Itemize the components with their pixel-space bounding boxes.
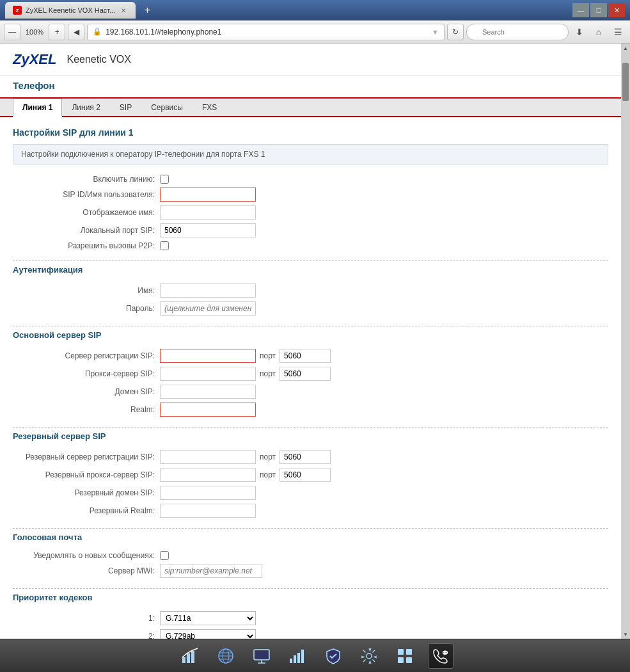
tabs-bar: Линия 1 Линия 2 SIP Сервисы FXS: [0, 99, 621, 117]
svg-rect-2: [191, 651, 194, 663]
voicemail-section: Голосовая почта Уведомлять о новых сообщ…: [13, 528, 608, 578]
local-port-input[interactable]: [160, 223, 256, 237]
sip-id-row: SIP ID/Имя пользователя:: [13, 188, 608, 202]
codecs-section: Приоритет кодеков 1: G.711a G.729ab G.71…: [13, 588, 608, 639]
backup-realm-input[interactable]: [160, 504, 256, 518]
backup-proxy-input[interactable]: [160, 468, 256, 482]
codec-1-select[interactable]: G.711a G.729ab G.711u: [160, 611, 256, 625]
close-button[interactable]: ✕: [608, 3, 625, 17]
maximize-button[interactable]: □: [590, 3, 607, 17]
tab-close-btn[interactable]: ✕: [119, 6, 128, 15]
taskbar-settings-icon[interactable]: [356, 643, 382, 669]
scrollbar-thumb[interactable]: [622, 63, 629, 101]
auth-section: Аутентификация Имя: Пароль:: [13, 260, 608, 316]
tab-line2[interactable]: Линия 2: [62, 99, 109, 116]
search-container: 🔍: [466, 24, 569, 40]
scrollbar-down[interactable]: ▼: [621, 630, 630, 639]
taskbar-shield-icon[interactable]: [320, 643, 346, 669]
display-name-input[interactable]: [160, 205, 256, 220]
voicemail-notify-checkbox[interactable]: [160, 551, 169, 560]
taskbar-signal-icon[interactable]: [285, 643, 310, 669]
proxy-label: Прокси-сервер SIP:: [19, 369, 160, 378]
svg-rect-20: [406, 657, 412, 663]
backup-reg-server-label: Резервный сервер регистрации SIP:: [19, 452, 160, 461]
auth-password-input[interactable]: [160, 301, 256, 316]
backup-proxy-port-input[interactable]: [280, 468, 331, 482]
nav-back-button[interactable]: —: [4, 24, 20, 40]
svg-rect-12: [290, 659, 292, 663]
nav-forward-button[interactable]: ◀: [68, 24, 84, 40]
nav-menu-button[interactable]: ☰: [610, 24, 626, 40]
tab-fxs[interactable]: FXS: [193, 99, 226, 116]
realm-row: Realm:: [13, 403, 608, 417]
primary-sip-section: Основной сервер SIP Сервер регистрации S…: [13, 326, 608, 417]
taskbar: 💬: [0, 639, 630, 672]
sip-id-input[interactable]: [160, 188, 256, 202]
backup-realm-label: Резервный Realm:: [19, 506, 160, 515]
reg-port-input[interactable]: [280, 349, 331, 363]
new-tab-button[interactable]: +: [139, 3, 155, 18]
taskbar-globe-icon[interactable]: [213, 643, 239, 669]
address-bar[interactable]: 🔒 192.168.101.1/#telephony.phone1 ▼: [87, 24, 445, 40]
taskbar-grid-icon[interactable]: [392, 643, 418, 669]
taskbar-chart-icon[interactable]: [177, 643, 203, 669]
browser-navbar: — 100% + ◀ 🔒 192.168.101.1/#telephony.ph…: [0, 20, 630, 44]
realm-label: Realm:: [19, 405, 160, 414]
p2p-label: Разрешить вызовы P2P:: [19, 241, 160, 250]
nav-refresh-button[interactable]: ↻: [447, 24, 464, 40]
voicemail-title: Голосовая почта: [13, 528, 608, 546]
primary-sip-title: Основной сервер SIP: [13, 326, 608, 344]
voicemail-notify-label: Уведомлять о новых сообщениях:: [19, 551, 160, 560]
display-name-row: Отображаемое имя:: [13, 205, 608, 220]
display-name-label: Отображаемое имя:: [19, 208, 160, 217]
domain-row: Домен SIP:: [13, 385, 608, 399]
scrollbar[interactable]: ▲ ▼: [621, 44, 630, 639]
basic-settings-section: Включить линию: SIP ID/Имя пользователя:…: [13, 175, 608, 250]
address-dropdown-icon[interactable]: ▼: [432, 28, 439, 36]
svg-rect-17: [398, 649, 404, 655]
codec-1-row: 1: G.711a G.729ab G.711u: [13, 611, 608, 625]
taskbar-phone-icon[interactable]: 💬: [428, 643, 453, 669]
auth-name-input[interactable]: [160, 284, 256, 298]
proxy-input[interactable]: [160, 367, 256, 381]
reg-server-input[interactable]: [160, 349, 256, 363]
nav-home-button[interactable]: ⌂: [590, 24, 607, 40]
search-input[interactable]: [466, 24, 569, 40]
backup-domain-row: Резервный домен SIP:: [13, 486, 608, 500]
codec-2-num: 2:: [19, 632, 160, 639]
local-port-label: Локальный порт SIP:: [19, 226, 160, 235]
taskbar-network-icon[interactable]: [249, 643, 274, 669]
codec-2-select[interactable]: G.711a G.729ab G.711u: [160, 629, 256, 639]
proxy-port-input[interactable]: [280, 367, 331, 381]
backup-reg-server-row: Резервный сервер регистрации SIP: порт: [13, 450, 608, 464]
backup-proxy-row: Резервный прокси-сервер SIP: порт: [13, 468, 608, 482]
enable-line-checkbox[interactable]: [160, 175, 169, 184]
window-controls: — □ ✕: [572, 3, 625, 17]
nav-add-tab-button[interactable]: +: [49, 24, 65, 40]
tab-sip[interactable]: SIP: [110, 99, 141, 116]
backup-reg-server-input[interactable]: [160, 450, 256, 464]
tab-services[interactable]: Сервисы: [141, 99, 193, 116]
realm-input[interactable]: [160, 403, 256, 417]
backup-domain-input[interactable]: [160, 486, 256, 500]
nav-download-button[interactable]: ⬇: [571, 24, 588, 40]
mwi-label: Сервер MWI:: [19, 566, 160, 575]
backup-reg-port-input[interactable]: [280, 450, 331, 464]
reg-port-label: порт: [260, 351, 276, 360]
minimize-button[interactable]: —: [572, 3, 589, 17]
url-text: 192.168.101.1/#telephony.phone1: [106, 28, 428, 36]
auth-password-label: Пароль:: [19, 304, 160, 313]
backup-proxy-port-label: порт: [260, 470, 276, 479]
backup-reg-port-label: порт: [260, 452, 276, 461]
zoom-level: 100%: [23, 28, 46, 36]
scrollbar-up[interactable]: ▲: [621, 44, 630, 52]
tab-line1[interactable]: Линия 1: [13, 99, 62, 117]
proxy-row: Прокси-сервер SIP: порт: [13, 367, 608, 381]
browser-tab[interactable]: Z ZyXEL Keenetic VOX Наст... ✕: [5, 2, 136, 19]
p2p-checkbox[interactable]: [160, 241, 169, 250]
codecs-title: Приоритет кодеков: [13, 588, 608, 606]
domain-input[interactable]: [160, 385, 256, 399]
backup-proxy-input-group: порт: [160, 468, 331, 482]
mwi-input[interactable]: [160, 564, 262, 578]
enable-line-label: Включить линию:: [19, 175, 160, 184]
